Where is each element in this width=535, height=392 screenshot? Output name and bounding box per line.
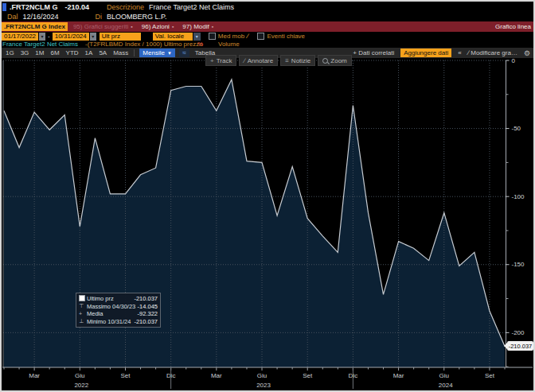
ticker: .FRT2NCLM G: [10, 3, 58, 11]
currency-select[interactable]: Val. locale: [153, 33, 193, 41]
chart-mode-label: Grafico linea: [495, 23, 533, 30]
chart-tools-bar: + Track ∕ Annotare ≡ Notizie Zoom: [205, 55, 352, 66]
key-events-label: Eventi chiave: [267, 33, 305, 40]
description-value: France Target2 Net Claims: [149, 3, 234, 11]
legend-row-last: Ultimo prz -210.037: [79, 295, 158, 303]
chevron-down-icon: ▼: [167, 51, 172, 56]
zoom-button[interactable]: Zoom: [318, 55, 351, 66]
date-from-input[interactable]: 01/17/2022: [2, 33, 38, 41]
svg-text:2022: 2022: [74, 382, 88, 389]
svg-text:Mar: Mar: [29, 372, 40, 379]
header-line-1: .FRT2NCLM G -210.04 Descrizione France T…: [2, 2, 533, 11]
volume-toggle[interactable]: Volume: [218, 41, 240, 48]
security-tag[interactable]: .FRT2NCLM G Index: [2, 22, 68, 31]
menu-item-modify[interactable]: 97) Modif ▪: [182, 23, 213, 30]
magnifier-icon: [322, 58, 328, 64]
add-data-button[interactable]: Aggiungere dati: [400, 49, 451, 57]
calendar-dropdown-icon[interactable]: ▾: [90, 33, 96, 41]
di-label: Di: [96, 13, 103, 21]
security-formula: -(T2FRLBMD Index / 1000) Ultimo prezzo: [85, 41, 203, 48]
currency-dropdown-icon[interactable]: ▾: [193, 33, 201, 41]
svg-text:2024: 2024: [439, 382, 453, 389]
period-1m[interactable]: 1M: [35, 49, 44, 56]
svg-text:Mar: Mar: [393, 372, 404, 379]
chart-style-icon[interactable]: ≈: [179, 49, 189, 57]
description-label: Descrizione: [107, 3, 144, 11]
bloomberg-terminal-window: .FRT2NCLM G -210.04 Descrizione France T…: [0, 0, 535, 392]
di-value: BLOOMBERG L.P.: [107, 13, 166, 21]
svg-text:Set: Set: [120, 372, 131, 379]
last-price-badge: -210.037: [507, 341, 533, 351]
moving-average-checkbox[interactable]: [209, 33, 216, 40]
period-ytd[interactable]: YTD: [66, 49, 79, 56]
modify-chart-button[interactable]: ∕ Modificare gra…: [468, 49, 517, 56]
menu-item-actions[interactable]: 96) Azioni ▪: [142, 23, 174, 30]
security-line: France Target2 Net Claims -(T2FRLBMD Ind…: [2, 41, 533, 48]
news-icon: ≡: [285, 57, 289, 64]
svg-text:-150: -150: [512, 261, 525, 268]
annotate-button[interactable]: ∕ Annotare: [239, 55, 278, 66]
max-marker-icon: ⊤: [79, 303, 87, 309]
date-to-input[interactable]: 10/31/2024: [53, 33, 89, 41]
svg-text:0: 0: [512, 58, 516, 64]
chart-legend[interactable]: Ultimo prz -210.037 ⊤ Massimo 04/30/23 -…: [76, 293, 161, 328]
date-range-separator: -: [48, 33, 50, 40]
svg-text:Set: Set: [303, 372, 313, 379]
frequency-select[interactable]: Mensile ▼: [139, 49, 175, 57]
menu-dot-icon: ▪: [131, 24, 132, 29]
price-chart[interactable]: 0-50-100-150-200MarGiuSetDicMarGiuSetDic…: [0, 58, 535, 392]
moving-average-label: Med mob: [218, 33, 244, 40]
mean-marker-icon: +: [79, 311, 87, 316]
price-field-select[interactable]: Ult prz: [100, 33, 141, 41]
collapse-icon[interactable]: «: [458, 49, 461, 56]
last-price-marker-icon: [79, 295, 87, 302]
gear-icon[interactable]: ⚙: [524, 49, 530, 57]
svg-text:2023: 2023: [256, 382, 271, 389]
legend-row-mean: + Media -92.322: [79, 310, 158, 318]
menu-bar: .FRT2NCLM G Index 95) Grafici suggeriti …: [2, 21, 533, 32]
svg-text:Giu: Giu: [75, 372, 84, 379]
ticker-last-value: -210.04: [65, 3, 90, 11]
key-events-checkbox[interactable]: [257, 33, 264, 40]
svg-text:-100: -100: [512, 193, 525, 200]
moving-average-line-icon: ∕: [247, 33, 248, 40]
pencil-icon: ∕: [468, 49, 469, 56]
svg-text:Giu: Giu: [257, 372, 267, 379]
min-marker-icon: ⊥: [79, 318, 87, 324]
period-1a[interactable]: 1A: [85, 49, 93, 56]
security-name: France Target2 Net Claims: [2, 41, 78, 48]
calendar-dropdown-icon[interactable]: ▾: [39, 33, 45, 41]
track-button[interactable]: + Track: [205, 55, 236, 66]
header-line-2: Dal 12/16/2024 Di BLOOMBERG L.P.: [2, 12, 533, 21]
news-button[interactable]: ≡ Notizie: [280, 55, 315, 66]
pencil-icon: ∕: [244, 57, 244, 64]
percent-toggle[interactable]: %: [197, 41, 203, 48]
menu-dot-icon: ▪: [212, 24, 213, 29]
period-1g[interactable]: 1G: [6, 49, 14, 56]
period-max[interactable]: Mass: [113, 49, 128, 56]
dal-label: Dal: [7, 13, 18, 21]
period-3g[interactable]: 3G: [21, 49, 29, 56]
svg-text:Giu: Giu: [439, 372, 449, 379]
svg-text:-200: -200: [512, 329, 525, 336]
menu-item-suggested-charts[interactable]: 95) Grafici suggeriti ▪: [73, 23, 133, 30]
svg-text:-50: -50: [512, 125, 521, 132]
legend-row-max: ⊤ Massimo 04/30/23 -14.045: [79, 303, 158, 311]
controls-row: 01/17/2022 ▾ - 10/31/2024 ▾ Ult prz Val.…: [2, 32, 533, 41]
legend-row-min: ⊥ Minimo 10/31/24 -210.037: [79, 318, 158, 326]
text-cursor: [2, 3, 6, 11]
toolbar-right-group: + Dati correlati Aggiungere dati « ∕ Mod…: [353, 49, 533, 57]
svg-text:Set: Set: [485, 372, 495, 379]
crosshair-icon: +: [210, 57, 214, 64]
period-6m[interactable]: 6M: [50, 49, 59, 56]
menu-dot-icon: ▪: [172, 24, 174, 29]
dal-value: 12/16/2024: [23, 13, 59, 21]
toolbar-separator: [134, 49, 135, 56]
svg-text:Mar: Mar: [211, 372, 222, 379]
related-data-button[interactable]: + Dati correlati: [353, 49, 394, 56]
period-5a[interactable]: 5A: [99, 49, 107, 56]
